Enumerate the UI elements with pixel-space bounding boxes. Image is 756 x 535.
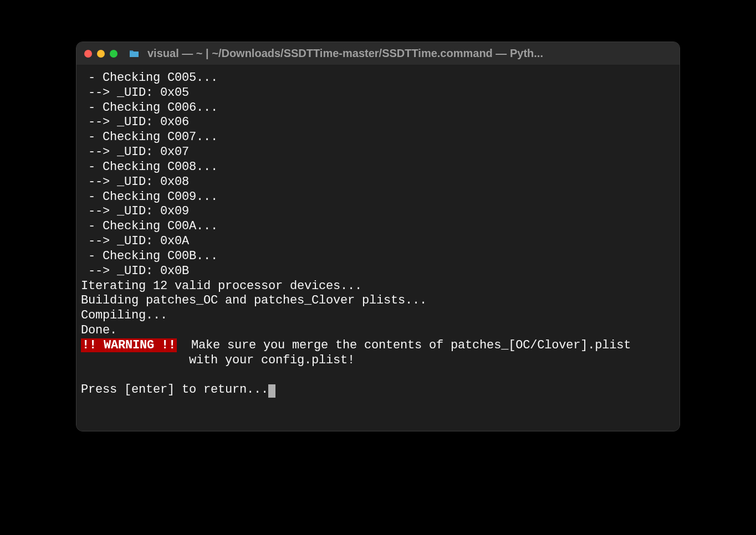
prompt-text: Press [enter] to return... [81,383,268,397]
terminal-line: - Checking C00B... [81,249,675,264]
folder-icon [129,49,140,58]
terminal-line: --> _UID: 0x0B [81,264,675,279]
terminal-line: Building patches_OC and patches_Clover p… [81,294,675,308]
warning-text: Make sure you merge the contents of patc… [177,338,631,352]
minimize-button[interactable] [97,50,105,58]
terminal-line: --> _UID: 0x05 [81,86,675,101]
terminal-line: Done. [81,323,675,338]
terminal-line: - Checking C00A... [81,219,675,234]
terminal-line: Compiling... [81,308,675,323]
warning-line-2: with your config.plist! [81,353,675,368]
close-button[interactable] [84,50,92,58]
terminal-line [81,368,675,383]
terminal-line: Iterating 12 valid processor devices... [81,279,675,294]
terminal-line: --> _UID: 0x06 [81,115,675,130]
terminal-line: --> _UID: 0x08 [81,175,675,190]
traffic-lights [84,50,118,58]
terminal-line: --> _UID: 0x0A [81,234,675,249]
prompt-line: Press [enter] to return... [81,383,675,398]
terminal-line: - Checking C009... [81,190,675,205]
terminal-line: - Checking C007... [81,130,675,145]
terminal-line: --> _UID: 0x09 [81,204,675,219]
warning-line: !! WARNING !! Make sure you merge the co… [81,338,675,353]
terminal-line: - Checking C008... [81,160,675,175]
terminal-line: - Checking C006... [81,101,675,116]
titlebar: visual — ~ | ~/Downloads/SSDTTime-master… [76,42,680,65]
terminal-body[interactable]: - Checking C005... --> _UID: 0x05 - Chec… [76,65,680,431]
maximize-button[interactable] [110,50,118,58]
terminal-window: visual — ~ | ~/Downloads/SSDTTime-master… [76,42,680,431]
cursor [268,384,275,398]
window-title: visual — ~ | ~/Downloads/SSDTTime-master… [147,47,672,60]
terminal-line: - Checking C005... [81,71,675,86]
warning-badge: !! WARNING !! [81,338,177,352]
terminal-line: --> _UID: 0x07 [81,145,675,160]
